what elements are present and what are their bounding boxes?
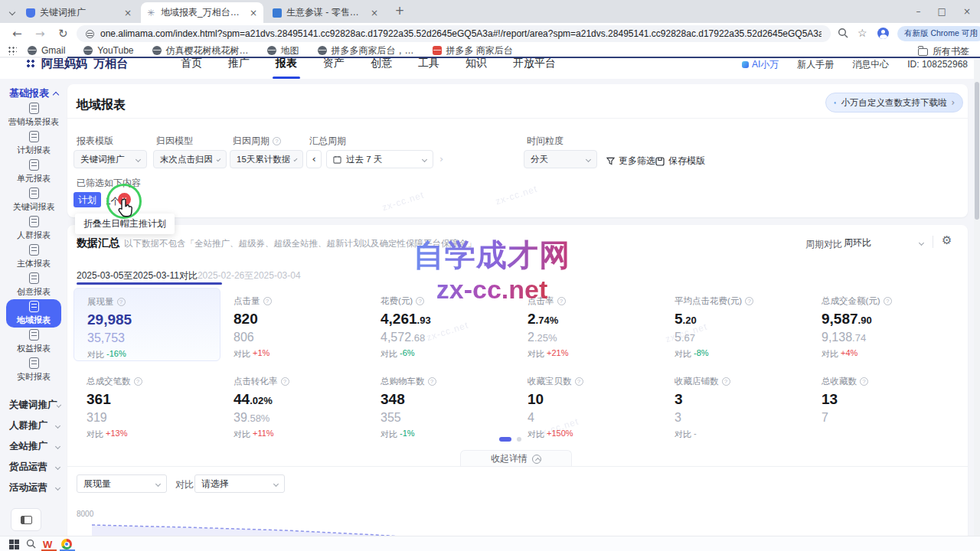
bookmark-item[interactable]: 拼多多商家后台，…	[318, 44, 414, 57]
site-settings-icon[interactable]	[86, 30, 94, 38]
windows-start-icon[interactable]	[9, 540, 19, 549]
app-nav-item[interactable]: 资产	[323, 58, 345, 70]
metric-card[interactable]: 点击量? 820 806 对比+1%	[220, 288, 368, 361]
date-range-tab[interactable]: 2025-03-05至2025-03-11对比2025-02-26至2025-0…	[77, 269, 301, 282]
info-icon[interactable]: ?	[281, 377, 289, 386]
next-period-button[interactable]: ›	[439, 153, 443, 165]
more-filters-button[interactable]: 更多筛选	[606, 155, 655, 168]
tab-search-icon[interactable]	[6, 6, 18, 18]
date-range-select[interactable]: 过去 7 天	[326, 150, 433, 168]
bookmark-item[interactable]: 仿真樱花树桃花树…	[152, 44, 249, 57]
info-icon[interactable]: ?	[860, 377, 868, 386]
info-icon[interactable]: ?	[722, 377, 730, 386]
taskbar-search-icon[interactable]	[26, 539, 36, 551]
wps-icon[interactable]: W	[43, 539, 52, 550]
metric-card[interactable]: 展现量? 29,985 35,753 对比-16%	[74, 288, 220, 361]
prev-period-button[interactable]: ‹	[306, 150, 322, 168]
header-utility-item[interactable]: 消息中心	[852, 58, 889, 71]
metric-card[interactable]: 总成交金额(元)? 9,587.90 9,138.74 对比+4%	[808, 288, 956, 361]
tab-close-icon[interactable]: ×	[371, 8, 378, 18]
reload-icon[interactable]: ↻	[58, 27, 68, 41]
sidebar-group-item[interactable]: 货品运营	[0, 457, 67, 478]
metric-card[interactable]: 花费(元)? 4,261.93 4,572.68 对比-6%	[368, 288, 514, 361]
sidebar-item[interactable]: 单元报表	[0, 158, 67, 186]
info-icon[interactable]: ?	[557, 297, 566, 305]
info-icon[interactable]: ?	[428, 377, 436, 386]
attribution-model-select[interactable]: 末次点击归因	[153, 150, 227, 168]
bookmark-item[interactable]: Gmail	[28, 45, 65, 56]
sidebar-item[interactable]: 计划报表	[0, 129, 67, 158]
sidebar-item[interactable]: 创意报表	[0, 271, 67, 299]
forward-icon[interactable]: →	[35, 27, 45, 41]
info-icon[interactable]: ?	[884, 297, 892, 305]
chrome-update-chip[interactable]: 有新版 Chrome 可用	[897, 26, 980, 41]
app-nav-item[interactable]: 开放平台	[513, 58, 556, 70]
trend-compare-select[interactable]: 请选择	[194, 474, 285, 493]
template-select[interactable]: 关键词推广	[74, 150, 147, 168]
bookmark-item[interactable]: 拼多多 商家后台	[433, 44, 513, 57]
info-icon[interactable]: ?	[134, 377, 142, 386]
bookmark-star-icon[interactable]: ☆	[858, 27, 867, 39]
info-icon[interactable]: ?	[117, 298, 126, 306]
carousel-dot-active[interactable]	[499, 437, 511, 442]
app-nav-item[interactable]: 创意	[371, 58, 392, 70]
xiaowan-promo-button[interactable]: 小万自定义查数支持下载啦 ›	[825, 93, 963, 112]
metric-card[interactable]: 平均点击花费(元)? 5.20 5.67 对比-8%	[662, 288, 808, 361]
attribution-window-select[interactable]: 15天累计数据	[230, 150, 303, 168]
bookmark-item[interactable]: 地图	[267, 44, 299, 57]
collapse-details-button[interactable]: 收起详情	[460, 450, 572, 467]
app-nav-item[interactable]: 报表	[276, 58, 297, 70]
time-granularity-select[interactable]: 分天	[524, 150, 597, 168]
back-icon[interactable]: ←	[12, 27, 22, 41]
browser-tab-2-active[interactable]: ✳ 地域报表_万相台无界版 ×	[141, 2, 263, 23]
scrollbar-thumb[interactable]	[975, 82, 979, 220]
tab-close-icon[interactable]: ×	[250, 8, 257, 18]
new-tab-button[interactable]: +	[392, 4, 407, 19]
header-utility-item[interactable]: 新人手册	[797, 58, 834, 71]
browser-tab-3[interactable]: 生意参谋 - 零售电商大数据产… ×	[266, 2, 384, 23]
sidebar-group-item[interactable]: 全站推广	[0, 436, 67, 457]
save-template-button[interactable]: 保存模版	[655, 155, 705, 168]
app-nav-item[interactable]: 推广	[228, 58, 250, 70]
sidebar-item[interactable]: 实时报表	[0, 356, 67, 384]
sidebar-item[interactable]: 营销场景报表	[0, 101, 67, 129]
sidebar-collapse-button[interactable]	[11, 508, 41, 531]
sidebar-group-item[interactable]: 关键词推广	[0, 395, 67, 416]
zoom-icon[interactable]	[838, 28, 848, 41]
window-minimize-button[interactable]: –	[916, 6, 921, 17]
metric-card[interactable]: 总收藏数? 13 7	[808, 368, 956, 442]
plan-filter-chip[interactable]: 计划	[74, 192, 101, 207]
browser-tab-1[interactable]: 关键词推广 ×	[20, 2, 138, 23]
window-maximize-button[interactable]: □	[938, 6, 946, 17]
profile-avatar[interactable]	[877, 28, 889, 39]
sidebar-item[interactable]: 关键词报表	[0, 186, 67, 214]
info-icon[interactable]: ?	[273, 137, 281, 145]
sidebar-item[interactable]: 地域报表	[6, 299, 61, 328]
app-nav-item[interactable]: 工具	[418, 58, 439, 70]
apps-grid-icon[interactable]	[8, 46, 17, 55]
sidebar-item[interactable]: 人群报表	[0, 214, 67, 243]
app-nav-item[interactable]: 知识	[466, 58, 487, 70]
metric-card[interactable]: 点击率? 2.74% 2.25% 对比+21%	[514, 288, 662, 361]
url-bar[interactable]: one.alimama.com/index.html?spm=a21dvs.28…	[77, 25, 831, 42]
sidebar-item[interactable]: 主体报表	[0, 243, 67, 271]
sidebar-item[interactable]: 权益报表	[0, 328, 67, 356]
metric-card[interactable]: 收藏宝贝数? 10 4 对比+150%	[514, 368, 662, 442]
gear-icon[interactable]: ⚙	[942, 233, 952, 247]
carousel-dot[interactable]	[517, 437, 521, 442]
metric-card[interactable]: 总购物车数? 348 355 对比-1%	[368, 368, 514, 442]
info-icon[interactable]: ?	[745, 297, 753, 305]
header-utility-item[interactable]: ID: 108252968	[907, 59, 968, 70]
sidebar-section-basic-reports[interactable]: 基础报表	[9, 86, 58, 100]
info-icon[interactable]: ?	[263, 297, 272, 305]
header-utility-item[interactable]: AI小万	[742, 58, 779, 71]
metric-card[interactable]: 点击转化率? 44.02% 39.58% 对比+11%	[220, 368, 368, 442]
tab-close-icon[interactable]: ×	[124, 8, 132, 18]
metric-card[interactable]: 总成交笔数? 361 319 对比+13%	[74, 368, 220, 442]
window-close-button[interactable]: ×	[963, 6, 971, 17]
browser-menu-icon[interactable]: ⋮	[969, 27, 979, 38]
app-nav-item[interactable]: 首页	[181, 58, 202, 70]
metric-card[interactable]: 收藏店铺数? 3 3 对比-	[662, 368, 808, 442]
sidebar-group-item[interactable]: 人群推广	[0, 416, 67, 436]
period-compare-select[interactable]: 周环比	[844, 234, 923, 251]
